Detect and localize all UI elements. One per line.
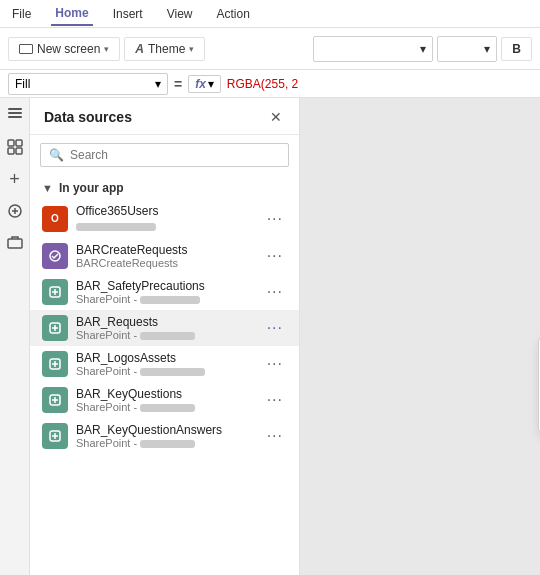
menu-action[interactable]: Action (213, 3, 254, 25)
svg-rect-1 (8, 116, 22, 118)
new-screen-label: New screen (37, 42, 100, 56)
ds-sub-6: SharePoint - (76, 437, 255, 449)
ds-more-0[interactable]: ··· (263, 210, 287, 228)
main-area: + Data sources ✕ 🔍 ▼ In your app (0, 98, 540, 575)
panel-title: Data sources (44, 109, 132, 125)
search-icon: 🔍 (49, 148, 64, 162)
bar-keyq-icon (42, 387, 68, 413)
bar-requests-icon (42, 315, 68, 341)
formula-value: RGBA(255, 2 (227, 77, 298, 91)
ds-name-2: BAR_SafetyPrecautions (76, 279, 255, 293)
equals-sign: = (174, 76, 182, 92)
office365-icon: O (42, 206, 68, 232)
screen-icon (19, 44, 33, 54)
panel-header: Data sources ✕ (30, 98, 299, 135)
ds-more-4[interactable]: ··· (263, 355, 287, 373)
section-header-in-your-app[interactable]: ▼ In your app (30, 175, 299, 199)
fill-dropdown[interactable]: Fill ▾ (8, 73, 168, 95)
ds-item-safety[interactable]: BAR_SafetyPrecautions SharePoint - ··· (30, 274, 299, 310)
svg-rect-0 (8, 112, 22, 114)
ds-name-4: BAR_LogosAssets (76, 351, 255, 365)
theme-icon: A (135, 42, 144, 56)
ds-item-barcreatereqs[interactable]: BARCreateRequests BARCreateRequests ··· (30, 238, 299, 274)
svg-rect-4 (16, 140, 22, 146)
fx-button[interactable]: fx ▾ (188, 75, 221, 93)
menu-view[interactable]: View (163, 3, 197, 25)
ds-name-6: BAR_KeyQuestionAnswers (76, 423, 255, 437)
fill-label: Fill (15, 77, 30, 91)
section-label: In your app (59, 181, 124, 195)
menu-insert[interactable]: Insert (109, 3, 147, 25)
sidebar-icon-layers[interactable] (6, 106, 24, 124)
ds-item-keyqanswers[interactable]: BAR_KeyQuestionAnswers SharePoint - ··· (30, 418, 299, 454)
sidebar-icon-timer[interactable] (6, 234, 24, 252)
ds-name-1: BARCreateRequests (76, 243, 255, 257)
toolbar-dropdown-1[interactable]: ▾ (313, 36, 433, 62)
formula-bar: Fill ▾ = fx ▾ RGBA(255, 2 (0, 70, 540, 98)
bar-logos-icon (42, 351, 68, 377)
ds-sub-4: SharePoint - (76, 365, 255, 377)
menu-home[interactable]: Home (51, 2, 92, 26)
ds-name-3: BAR_Requests (76, 315, 255, 329)
ds-more-5[interactable]: ··· (263, 391, 287, 409)
ds-name-0: Office365Users (76, 204, 255, 218)
chevron-down-icon: ▾ (420, 42, 426, 56)
menu-file[interactable]: File (8, 3, 35, 25)
chevron-down-icon-2: ▾ (484, 42, 490, 56)
search-input[interactable] (70, 148, 280, 162)
new-screen-chevron: ▾ (104, 44, 109, 54)
bar-keyqa-icon (42, 423, 68, 449)
section-chevron: ▼ (42, 182, 53, 194)
svg-rect-6 (16, 148, 22, 154)
theme-label: Theme (148, 42, 185, 56)
b-button[interactable]: B (501, 37, 532, 61)
menu-bar: File Home Insert View Action (0, 0, 540, 28)
ds-name-5: BAR_KeyQuestions (76, 387, 255, 401)
content-area: Edit data Refresh Remove (300, 98, 540, 575)
fill-chevron: ▾ (155, 77, 161, 91)
bar-create-icon (42, 243, 68, 269)
fx-label: fx (195, 77, 206, 91)
ds-more-2[interactable]: ··· (263, 283, 287, 301)
new-screen-button[interactable]: New screen ▾ (8, 37, 120, 61)
ds-sub-3: SharePoint - (76, 329, 255, 341)
data-sources-panel: Data sources ✕ 🔍 ▼ In your app O Office3… (30, 98, 300, 575)
sidebar-icon-add[interactable]: + (6, 170, 24, 188)
fx-chevron: ▾ (208, 77, 214, 91)
svg-rect-2 (8, 108, 22, 110)
svg-rect-5 (8, 148, 14, 154)
bar-safety-icon (42, 279, 68, 305)
left-sidebar: + (0, 98, 30, 575)
ds-sub-5: SharePoint - (76, 401, 255, 413)
ds-sub-1: BARCreateRequests (76, 257, 255, 269)
ds-sub-0 (76, 223, 156, 231)
toolbar-dropdown-2[interactable]: ▾ (437, 36, 497, 62)
ds-more-6[interactable]: ··· (263, 427, 287, 445)
sidebar-icon-components[interactable] (6, 138, 24, 156)
svg-rect-3 (8, 140, 14, 146)
sidebar-icon-variables[interactable] (6, 202, 24, 220)
close-button[interactable]: ✕ (267, 108, 285, 126)
search-box[interactable]: 🔍 (40, 143, 289, 167)
toolbar: New screen ▾ A Theme ▾ ▾ ▾ B (0, 28, 540, 70)
ds-sub-2: SharePoint - (76, 293, 255, 305)
theme-chevron: ▾ (189, 44, 194, 54)
ds-item-keyquestions[interactable]: BAR_KeyQuestions SharePoint - ··· (30, 382, 299, 418)
svg-rect-8 (8, 239, 22, 248)
ds-more-1[interactable]: ··· (263, 247, 287, 265)
ds-item-logos[interactable]: BAR_LogosAssets SharePoint - ··· (30, 346, 299, 382)
theme-button[interactable]: A Theme ▾ (124, 37, 205, 61)
ds-item-office365users[interactable]: O Office365Users ··· (30, 199, 299, 238)
ds-item-requests[interactable]: BAR_Requests SharePoint - ··· (30, 310, 299, 346)
ds-more-3[interactable]: ··· (263, 319, 287, 337)
